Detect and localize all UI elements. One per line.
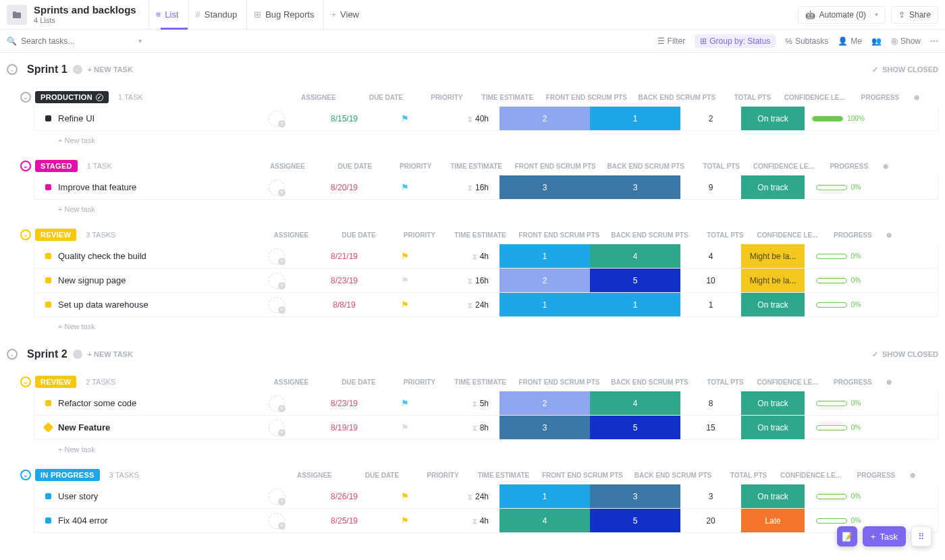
column-header[interactable]: ASSIGNEE bbox=[285, 94, 352, 101]
time-estimate[interactable]: 8h bbox=[480, 423, 489, 432]
column-header[interactable]: DUE DATE bbox=[321, 163, 389, 170]
sprint-collapse[interactable]: ⌄ bbox=[7, 64, 18, 75]
folder-icon[interactable] bbox=[7, 5, 27, 25]
status-badge[interactable]: PRODUCTION✓ bbox=[35, 91, 109, 103]
assignee-avatar[interactable] bbox=[269, 248, 285, 264]
front-end-pts[interactable]: 1 bbox=[500, 484, 590, 508]
time-estimate[interactable]: 24h bbox=[475, 300, 489, 310]
total-pts[interactable]: 2 bbox=[680, 107, 741, 130]
column-header[interactable]: TOTAL PTS bbox=[722, 94, 783, 101]
add-column[interactable]: ⊕ bbox=[886, 231, 900, 239]
progress[interactable]: 0% bbox=[816, 517, 861, 524]
due-date[interactable]: 8/26/19 bbox=[331, 492, 358, 501]
column-header[interactable]: PROGRESS bbox=[846, 94, 914, 101]
share-button[interactable]: ⇪ Share bbox=[891, 6, 938, 24]
column-header[interactable]: FRONT END SCRUM PTS bbox=[514, 379, 604, 386]
confidence-level[interactable]: On track bbox=[741, 391, 805, 415]
search-input[interactable] bbox=[21, 36, 134, 46]
column-header[interactable]: PRIORITY bbox=[420, 94, 474, 101]
due-date[interactable]: 8/20/19 bbox=[331, 183, 358, 192]
people-button[interactable]: 👥 bbox=[871, 36, 882, 46]
column-header[interactable]: DUE DATE bbox=[348, 472, 416, 479]
info-icon[interactable] bbox=[73, 65, 82, 74]
time-estimate[interactable]: 5h bbox=[480, 399, 489, 408]
automate-button[interactable]: 🤖 Automate (0) ▾ bbox=[798, 6, 886, 24]
time-estimate[interactable]: 24h bbox=[475, 492, 489, 501]
column-header[interactable]: PRIORITY bbox=[392, 231, 446, 239]
total-pts[interactable]: 3 bbox=[680, 484, 741, 508]
status-badge[interactable]: STAGED bbox=[35, 160, 78, 172]
assignee-avatar[interactable] bbox=[269, 111, 285, 127]
due-date[interactable]: 8/23/19 bbox=[331, 399, 358, 408]
time-estimate[interactable]: 16h bbox=[475, 183, 489, 192]
column-header[interactable]: BACK END SCRUM PTS bbox=[601, 163, 691, 170]
task-row[interactable]: Refine UI 8/15/19 ⚑ ⧗40h 2 1 2 On track … bbox=[34, 107, 938, 131]
back-end-pts[interactable]: 4 bbox=[590, 391, 680, 415]
column-header[interactable]: PRIORITY bbox=[389, 163, 443, 170]
column-header[interactable]: CONFIDENCE LE... bbox=[779, 472, 842, 479]
add-column[interactable]: ⊕ bbox=[886, 379, 900, 386]
column-header[interactable]: TIME ESTIMATE bbox=[446, 379, 514, 386]
add-column[interactable]: ⊕ bbox=[910, 472, 923, 479]
assignee-avatar[interactable] bbox=[269, 273, 285, 289]
assignee-avatar[interactable] bbox=[269, 297, 285, 313]
front-end-pts[interactable]: 2 bbox=[500, 269, 590, 292]
task-title[interactable]: Fix 404 error bbox=[58, 515, 243, 526]
total-pts[interactable]: 20 bbox=[680, 509, 741, 532]
task-row[interactable]: Fix 404 error 8/25/19 ⚑ ⧗4h 4 5 20 Late … bbox=[34, 509, 938, 533]
progress[interactable]: 0% bbox=[816, 493, 861, 500]
front-end-pts[interactable]: 1 bbox=[500, 244, 590, 268]
column-header[interactable]: TIME ESTIMATE bbox=[443, 163, 510, 170]
task-row[interactable]: User story 8/26/19 ⚑ ⧗24h 1 3 3 On track… bbox=[34, 484, 938, 509]
column-header[interactable]: BACK END SCRUM PTS bbox=[604, 379, 695, 386]
back-end-pts[interactable]: 1 bbox=[590, 293, 680, 316]
task-title[interactable]: Refine UI bbox=[58, 113, 243, 123]
priority-flag-icon[interactable]: ⚑ bbox=[401, 300, 409, 310]
progress[interactable]: 0% bbox=[816, 252, 861, 260]
column-header[interactable]: BACK END SCRUM PTS bbox=[632, 94, 722, 101]
fab-notepad[interactable]: 📝 bbox=[837, 526, 857, 547]
back-end-pts[interactable]: 5 bbox=[590, 509, 680, 532]
front-end-pts[interactable]: 1 bbox=[500, 293, 590, 316]
confidence-level[interactable]: Late bbox=[741, 509, 805, 532]
column-header[interactable]: TOTAL PTS bbox=[695, 379, 755, 386]
tab-list[interactable]: ≡List bbox=[148, 0, 186, 30]
search-box[interactable]: 🔍 ▾ bbox=[7, 36, 142, 46]
column-header[interactable]: TIME ESTIMATE bbox=[446, 231, 514, 239]
add-column[interactable]: ⊕ bbox=[914, 94, 927, 101]
back-end-pts[interactable]: 1 bbox=[590, 107, 680, 130]
new-task-row[interactable]: + New task bbox=[47, 131, 938, 144]
front-end-pts[interactable]: 2 bbox=[500, 391, 590, 415]
column-header[interactable]: TIME ESTIMATE bbox=[470, 472, 537, 479]
task-row[interactable]: Set up data warehouse 8/8/19 ⚑ ⧗24h 1 1 … bbox=[34, 293, 938, 317]
task-row[interactable]: New signup page 8/23/19 ⚑ ⧗16h 2 5 10 Mi… bbox=[34, 269, 938, 293]
task-row[interactable]: Refactor some code 8/23/19 ⚑ ⧗5h 2 4 8 O… bbox=[34, 391, 938, 416]
due-date[interactable]: 8/19/19 bbox=[331, 423, 358, 432]
group-collapse[interactable]: ⌄ bbox=[20, 470, 31, 480]
info-icon[interactable] bbox=[73, 349, 82, 359]
back-end-pts[interactable]: 3 bbox=[590, 484, 680, 508]
group-collapse[interactable]: ⌄ bbox=[20, 376, 31, 387]
column-header[interactable]: DUE DATE bbox=[325, 231, 392, 239]
confidence-level[interactable]: On track bbox=[741, 293, 805, 316]
column-header[interactable]: BACK END SCRUM PTS bbox=[604, 231, 695, 239]
task-row[interactable]: New Feature 8/19/19 ⚑ ⧗8h 3 5 15 On trac… bbox=[34, 416, 938, 440]
assignee-avatar[interactable] bbox=[269, 420, 285, 436]
group-collapse[interactable]: ⌄ bbox=[20, 92, 31, 103]
due-date[interactable]: 8/15/19 bbox=[331, 114, 358, 123]
priority-flag-icon[interactable]: ⚑ bbox=[401, 275, 409, 285]
priority-flag-icon[interactable]: ⚑ bbox=[401, 491, 409, 501]
column-header[interactable]: FRONT END SCRUM PTS bbox=[514, 231, 604, 239]
column-header[interactable]: ASSIGNEE bbox=[257, 231, 325, 239]
column-header[interactable]: TOTAL PTS bbox=[691, 163, 752, 170]
show-closed[interactable]: ✓SHOW CLOSED bbox=[872, 350, 938, 359]
back-end-pts[interactable]: 5 bbox=[590, 416, 680, 439]
priority-flag-icon[interactable]: ⚑ bbox=[401, 515, 409, 526]
sprint-collapse[interactable]: ⌄ bbox=[7, 349, 18, 360]
back-end-pts[interactable]: 4 bbox=[590, 244, 680, 268]
task-row[interactable]: Improve that feature 8/20/19 ⚑ ⧗16h 3 3 … bbox=[34, 175, 938, 200]
progress[interactable]: 0% bbox=[816, 301, 861, 308]
show-button[interactable]: ◎Show bbox=[891, 36, 921, 46]
total-pts[interactable]: 1 bbox=[680, 293, 741, 316]
back-end-pts[interactable]: 5 bbox=[590, 269, 680, 292]
